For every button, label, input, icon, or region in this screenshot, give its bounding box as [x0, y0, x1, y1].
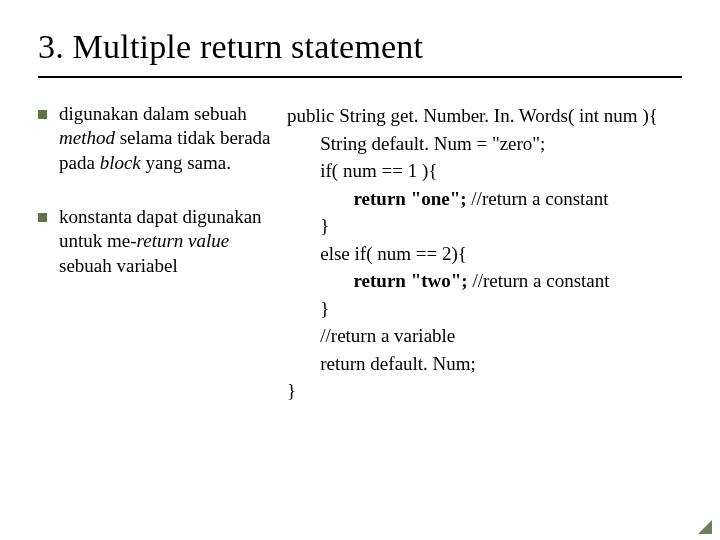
corner-decoration-icon [698, 520, 712, 534]
code-line: } [320, 215, 329, 236]
code-comment: //return a constant [472, 270, 609, 291]
code-line: if( num == 1 ){ [320, 160, 437, 181]
code-bold: return "two"; [354, 270, 473, 291]
bullets-column: digunakan dalam sebuah method selama tid… [38, 102, 273, 405]
code-indent [287, 133, 320, 154]
code-line: public String get. Number. In. Words( in… [287, 105, 658, 126]
text-run: yang sama. [141, 152, 231, 173]
text-run: digunakan dalam sebuah [59, 103, 247, 124]
content-area: digunakan dalam sebuah method selama tid… [38, 102, 682, 405]
code-indent [287, 215, 320, 236]
code-comment: //return a constant [471, 188, 608, 209]
code-block: public String get. Number. In. Words( in… [287, 102, 682, 405]
code-indent [287, 353, 320, 374]
slide-title: 3. Multiple return statement [38, 28, 682, 78]
bullet-item: digunakan dalam sebuah method selama tid… [38, 102, 273, 175]
text-run-italic: method [59, 127, 115, 148]
slide: 3. Multiple return statement digunakan d… [0, 0, 720, 540]
code-indent [287, 243, 320, 264]
text-run-italic: block [100, 152, 141, 173]
code-bold: return "one"; [354, 188, 472, 209]
code-indent [287, 188, 354, 209]
bullet-item: konstanta dapat digunakan untuk me-retur… [38, 205, 273, 278]
square-bullet-icon [38, 213, 47, 222]
code-line: return default. Num; [320, 353, 476, 374]
code-line: else if( num == 2){ [320, 243, 467, 264]
bullet-text: konstanta dapat digunakan untuk me-retur… [59, 205, 273, 278]
code-indent [287, 325, 320, 346]
code-indent [287, 160, 320, 181]
code-line: } [320, 298, 329, 319]
square-bullet-icon [38, 110, 47, 119]
bullet-text: digunakan dalam sebuah method selama tid… [59, 102, 273, 175]
code-line: //return a variable [320, 325, 455, 346]
code-line: String default. Num = "zero"; [320, 133, 545, 154]
text-run: sebuah variabel [59, 255, 178, 276]
code-indent [287, 298, 320, 319]
text-run-italic: return value [137, 230, 230, 251]
code-indent [287, 270, 354, 291]
code-line: } [287, 380, 296, 401]
code-column: public String get. Number. In. Words( in… [285, 102, 682, 405]
